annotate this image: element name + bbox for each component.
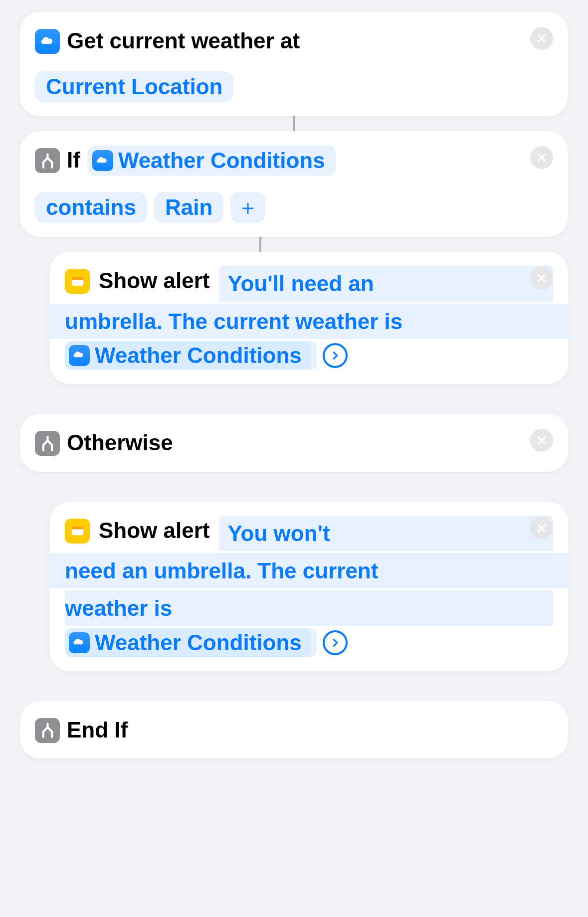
alert-text[interactable]: need an umbrella. The current bbox=[50, 553, 568, 588]
alert-text[interactable]: You won't bbox=[219, 516, 554, 551]
value-pill[interactable]: Rain bbox=[154, 192, 223, 223]
alert-icon bbox=[65, 519, 90, 544]
svg-rect-3 bbox=[71, 277, 83, 280]
variable-label: Weather Conditions bbox=[95, 630, 302, 655]
close-icon[interactable] bbox=[530, 429, 553, 452]
alert-icon bbox=[65, 269, 90, 294]
variable-pill-weather-conditions[interactable]: Weather Conditions bbox=[65, 341, 311, 370]
weather-icon bbox=[69, 345, 90, 366]
close-icon[interactable] bbox=[530, 517, 553, 540]
alert-text[interactable]: umbrella. The current weather is bbox=[50, 304, 568, 339]
weather-icon bbox=[69, 632, 90, 653]
variable-label: Weather Conditions bbox=[118, 148, 325, 173]
location-pill[interactable]: Current Location bbox=[35, 71, 233, 102]
expand-button[interactable] bbox=[323, 343, 348, 368]
branch-icon bbox=[35, 148, 60, 173]
weather-icon bbox=[35, 29, 60, 54]
connector-line bbox=[259, 237, 261, 252]
endif-title: End If bbox=[67, 715, 128, 744]
variable-pill-weather-conditions[interactable]: Weather Conditions bbox=[87, 145, 336, 176]
branch-icon bbox=[35, 431, 60, 456]
weather-icon bbox=[92, 150, 113, 171]
expand-button[interactable] bbox=[323, 630, 348, 655]
otherwise-title: Otherwise bbox=[67, 428, 173, 457]
svg-rect-6 bbox=[71, 527, 83, 530]
connector-line bbox=[293, 116, 295, 131]
action-otherwise[interactable]: Otherwise bbox=[20, 414, 568, 471]
action-get-weather[interactable]: Get current weather at Current Location bbox=[20, 12, 568, 116]
operator-pill[interactable]: contains bbox=[35, 192, 147, 223]
alert-text[interactable]: weather is bbox=[65, 590, 553, 626]
if-title: If bbox=[67, 145, 80, 175]
add-condition-button[interactable]: ＋ bbox=[230, 192, 265, 223]
branch-icon bbox=[35, 718, 60, 743]
action-show-alert-if[interactable]: Show alert You'll need an umbrella. The … bbox=[50, 252, 568, 384]
action-if[interactable]: If Weather Conditions contains Rain ＋ bbox=[20, 131, 568, 237]
alert-text[interactable]: You'll need an bbox=[219, 266, 554, 301]
action-title: Show alert bbox=[99, 266, 210, 295]
action-title: Get current weather at bbox=[67, 26, 300, 55]
action-show-alert-else[interactable]: Show alert You won't need an umbrella. T… bbox=[50, 502, 568, 671]
action-end-if[interactable]: End If bbox=[20, 701, 568, 758]
action-title: Show alert bbox=[99, 516, 210, 545]
variable-pill-weather-conditions[interactable]: Weather Conditions bbox=[65, 628, 311, 657]
close-icon[interactable] bbox=[530, 27, 553, 50]
variable-label: Weather Conditions bbox=[95, 343, 302, 368]
